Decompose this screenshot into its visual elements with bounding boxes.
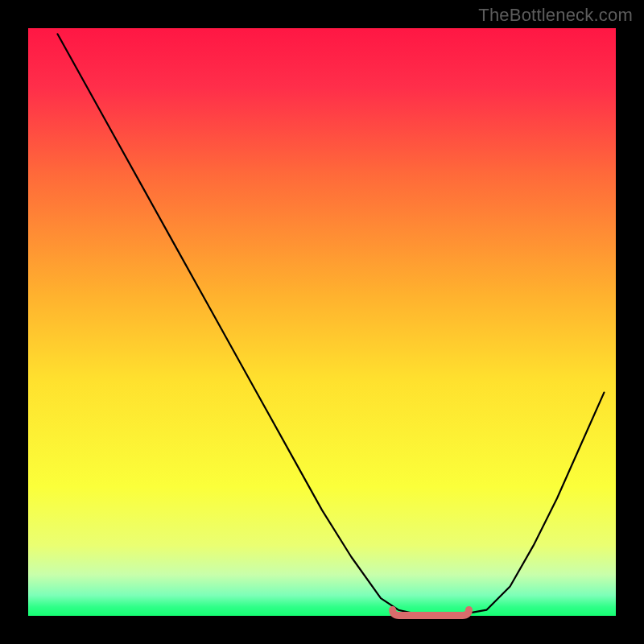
attribution-text: TheBottleneck.com [478,5,633,26]
chart-canvas: TheBottleneck.com [0,0,644,644]
chart-plot-area [28,28,616,616]
chart-svg [0,0,644,644]
